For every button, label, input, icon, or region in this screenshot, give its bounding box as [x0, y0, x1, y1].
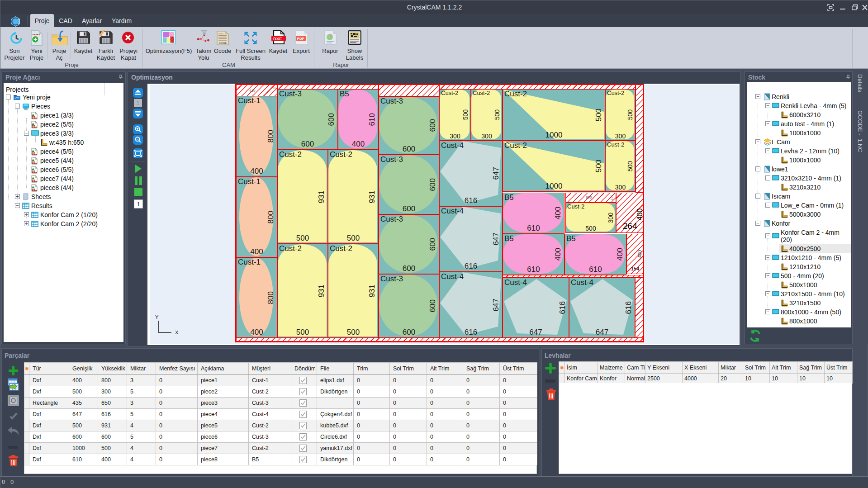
svg-text:Y: Y: [155, 314, 159, 320]
svg-text:PDF: PDF: [297, 37, 304, 41]
svg-text:GCODE: GCODE: [219, 42, 227, 44]
svg-text:DXF: DXF: [273, 36, 282, 41]
svg-text:X: X: [175, 330, 179, 335]
